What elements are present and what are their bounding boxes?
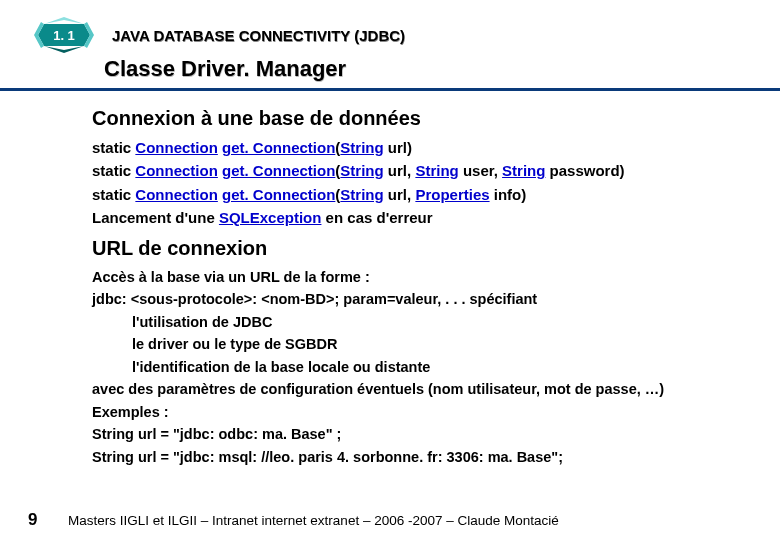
bullet-ident: l'identification de la base locale ou di… (92, 356, 760, 378)
footer-text: Masters IIGLI et ILGII – Intranet intern… (68, 513, 559, 528)
type-properties: Properties (415, 186, 489, 203)
page-number: 9 (28, 510, 68, 530)
method-getconnection: get. Connection (222, 139, 335, 156)
url-desc-line: Accès à la base via un URL de la forme : (92, 266, 760, 288)
section2-heading: URL de connexion (92, 237, 760, 260)
bullet-driver: le driver ou le type de SGBDR (92, 333, 760, 355)
section-badge: 1. 1 (36, 18, 92, 52)
type-string: String (340, 139, 383, 156)
header-title: JAVA DATABASE CONNECTIVITY (JDBC) (112, 27, 405, 44)
section-number: 1. 1 (53, 28, 75, 43)
method-signature-1: static Connection get. Connection(String… (92, 136, 760, 159)
params-line: avec des paramètres de configuration éve… (92, 378, 760, 400)
method-signature-3: static Connection get. Connection(String… (92, 183, 760, 206)
section1-heading: Connexion à une base de données (92, 107, 760, 130)
method-signature-2: static Connection get. Connection(String… (92, 159, 760, 182)
examples-label: Exemples : (92, 401, 760, 423)
svg-marker-3 (44, 17, 84, 24)
header-row: 1. 1 JAVA DATABASE CONNECTIVITY (JDBC) (0, 0, 780, 52)
subtitle: Classe Driver. Manager (104, 56, 780, 82)
kw-static: static (92, 139, 135, 156)
footer: 9 Masters IIGLI et ILGII – Intranet inte… (0, 510, 780, 530)
content: Connexion à une base de données static C… (0, 91, 780, 468)
svg-marker-4 (44, 46, 84, 53)
example-2: String url = "jdbc: msql: //leo. paris 4… (92, 446, 760, 468)
type-sqlexception: SQLException (219, 209, 322, 226)
url-format-line: jdbc: <sous-protocole>: <nom-BD>; param=… (92, 288, 760, 310)
type-connection: Connection (135, 139, 218, 156)
example-1: String url = "jdbc: odbc: ma. Base" ; (92, 423, 760, 445)
exception-note: Lancement d'une SQLException en cas d'er… (92, 206, 760, 229)
subtitle-area: Classe Driver. Manager (0, 56, 780, 91)
bullet-jdbc: l'utilisation de JDBC (92, 311, 760, 333)
